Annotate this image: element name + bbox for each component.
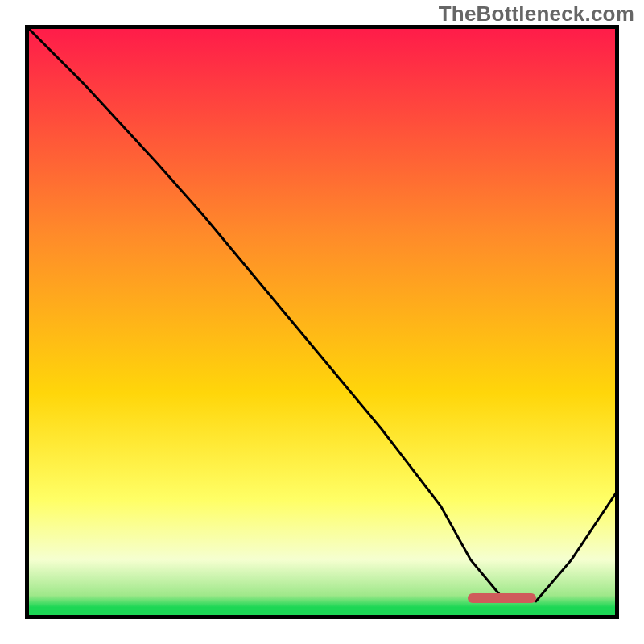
optimum-marker xyxy=(468,593,536,603)
chart-container: TheBottleneck.com xyxy=(0,0,644,644)
watermark-text: TheBottleneck.com xyxy=(439,2,634,27)
plot-frame xyxy=(25,25,619,619)
plot-gradient-background xyxy=(25,25,619,619)
